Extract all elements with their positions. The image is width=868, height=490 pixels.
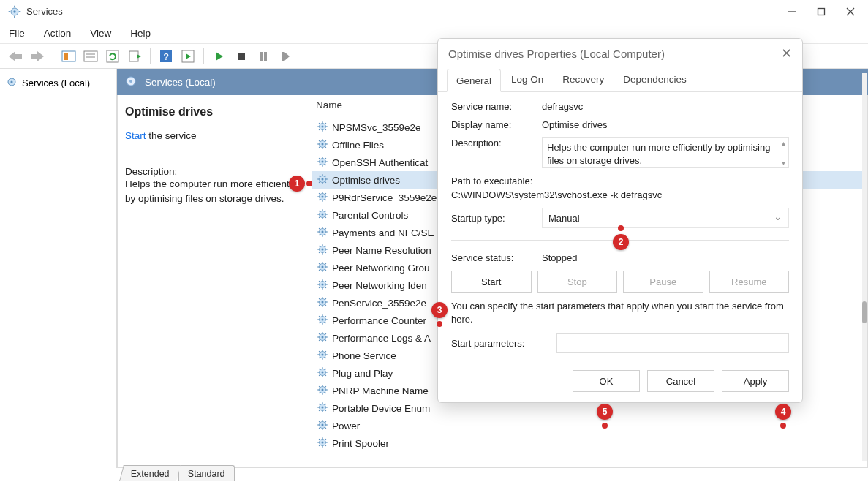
svg-marker-11: [31, 51, 44, 61]
ok-button[interactable]: OK: [573, 370, 640, 392]
pause-button: Pause: [623, 271, 703, 293]
restart-button[interactable]: [276, 47, 295, 66]
toolbar-icon-2[interactable]: [81, 47, 100, 66]
callout-1: 1: [289, 176, 305, 192]
gear-icon: [124, 75, 137, 90]
tab-general[interactable]: General: [447, 69, 501, 92]
svg-line-62: [319, 164, 320, 165]
tab-logon[interactable]: Log On: [502, 68, 552, 91]
svg-line-81: [325, 199, 326, 200]
window-title: Services: [26, 6, 63, 17]
display-name-label: Display name:: [451, 119, 539, 130]
svg-line-151: [325, 322, 326, 323]
export-button[interactable]: [125, 47, 144, 66]
svg-rect-7: [818, 8, 825, 15]
tree-node-services-local[interactable]: Services (Local): [4, 75, 112, 91]
service-name: Peer Networking Iden: [332, 280, 427, 291]
dialog-close-button[interactable]: ✕: [781, 45, 792, 61]
description-text: Helps the computer run more efficiently …: [125, 177, 304, 206]
toolbar-icon-1[interactable]: [59, 47, 78, 66]
gear-icon: [316, 331, 329, 346]
tab-extended[interactable]: Extended: [119, 465, 181, 481]
menu-help[interactable]: Help: [130, 28, 151, 39]
content-header-title: Services (Local): [145, 77, 216, 88]
svg-marker-23: [186, 53, 191, 59]
svg-point-1: [13, 10, 15, 12]
service-name: Payments and NFC/SE: [332, 227, 434, 238]
svg-line-131: [325, 287, 326, 288]
toolbar-icon-6[interactable]: [178, 47, 197, 66]
description-scroll[interactable]: ▴▾: [778, 138, 788, 167]
svg-line-123: [325, 263, 326, 265]
callout-2: 2: [613, 234, 629, 250]
svg-rect-26: [260, 52, 263, 61]
tab-dependencies[interactable]: Dependencies: [614, 68, 695, 91]
svg-line-70: [319, 176, 320, 177]
svg-line-40: [319, 123, 320, 124]
svg-line-220: [319, 439, 320, 440]
svg-point-95: [322, 230, 324, 233]
refresh-button[interactable]: [103, 47, 122, 66]
menu-view[interactable]: View: [90, 28, 111, 39]
back-button[interactable]: [6, 47, 25, 66]
svg-point-105: [322, 248, 324, 250]
gear-icon: [316, 208, 329, 223]
help-button[interactable]: ?: [156, 47, 176, 66]
start-params-input[interactable]: [556, 333, 789, 353]
svg-line-73: [325, 176, 326, 177]
svg-line-150: [319, 316, 320, 317]
play-button[interactable]: [210, 47, 229, 66]
path-label: Path to executable:: [451, 176, 789, 186]
svg-line-100: [319, 228, 320, 230]
service-row[interactable]: Print Spooler: [312, 434, 867, 452]
svg-line-103: [325, 228, 326, 230]
svg-point-55: [322, 160, 324, 162]
svg-point-35: [322, 125, 324, 127]
selection-pane: Optimise drives Start the service Descri…: [118, 95, 312, 467]
svg-line-182: [319, 374, 320, 376]
svg-rect-17: [107, 50, 118, 62]
pause-button[interactable]: [254, 47, 273, 66]
svg-line-162: [319, 339, 320, 341]
cancel-button[interactable]: Cancel: [647, 370, 714, 392]
svg-point-125: [322, 283, 324, 285]
menu-file[interactable]: File: [9, 28, 25, 39]
scrollbar[interactable]: [862, 73, 867, 461]
gear-icon: [316, 260, 329, 276]
svg-line-80: [319, 193, 320, 195]
service-name: Print Spooler: [332, 438, 389, 449]
description-box[interactable]: Helps the computer run more efficiently …: [542, 137, 789, 168]
service-name: P9RdrService_3559e2e: [332, 192, 437, 203]
tab-standard[interactable]: Standard: [178, 465, 235, 481]
svg-line-181: [325, 374, 326, 376]
svg-line-193: [325, 386, 326, 388]
start-button[interactable]: Start: [451, 271, 532, 293]
menu-action[interactable]: Action: [44, 28, 72, 39]
close-button[interactable]: [845, 6, 856, 18]
svg-line-202: [319, 410, 320, 411]
startup-type-select[interactable]: Manual: [542, 208, 789, 228]
svg-line-63: [325, 158, 326, 159]
svg-line-93: [325, 211, 326, 212]
svg-line-140: [319, 298, 320, 300]
stop-button[interactable]: [232, 47, 251, 66]
svg-line-50: [319, 140, 320, 142]
tab-recovery[interactable]: Recovery: [554, 68, 613, 91]
maximize-button[interactable]: [815, 6, 827, 18]
svg-rect-25: [238, 53, 245, 60]
service-name: Performance Counter: [332, 315, 426, 326]
bottom-tabs: ExtendedStandard: [121, 465, 235, 481]
window-controls: [786, 6, 865, 18]
description-label: Description:: [451, 137, 539, 168]
start-link[interactable]: Start: [125, 130, 146, 141]
svg-line-83: [325, 193, 326, 195]
apply-button[interactable]: Apply: [722, 370, 789, 392]
svg-line-102: [319, 234, 320, 235]
svg-point-165: [322, 353, 324, 355]
forward-button[interactable]: [28, 47, 47, 66]
service-name: NPSMSvc_3559e2e: [332, 122, 421, 133]
scrollbar-thumb[interactable]: [862, 301, 867, 323]
svg-line-173: [325, 351, 326, 353]
minimize-button[interactable]: [786, 6, 798, 18]
svg-line-213: [325, 421, 326, 423]
